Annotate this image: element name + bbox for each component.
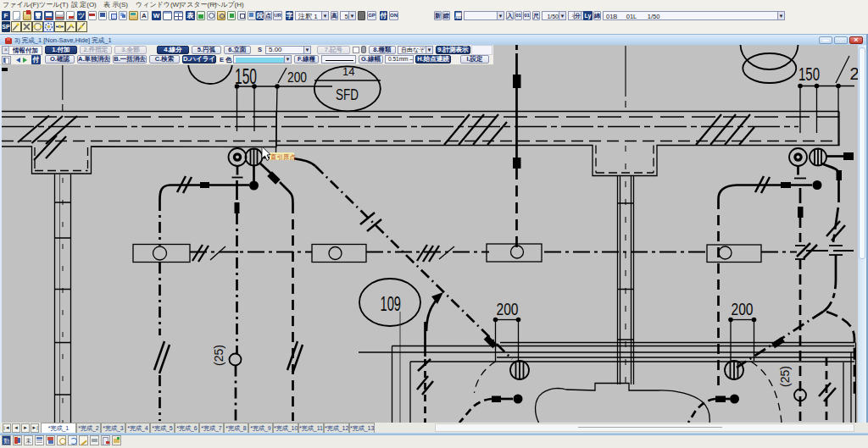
- svg-text:SFD: SFD: [336, 86, 359, 103]
- svg-text:直引原点: 直引原点: [270, 153, 297, 161]
- svg-text:(25): (25): [212, 345, 225, 366]
- svg-text:200: 200: [732, 300, 754, 318]
- svg-text:200: 200: [287, 69, 307, 85]
- svg-text:(25): (25): [778, 366, 792, 387]
- svg-text:14: 14: [342, 65, 354, 78]
- svg-text:200: 200: [497, 300, 519, 318]
- svg-text:150: 150: [798, 64, 820, 85]
- svg-text:2: 2: [850, 64, 859, 83]
- svg-text:109: 109: [381, 293, 402, 315]
